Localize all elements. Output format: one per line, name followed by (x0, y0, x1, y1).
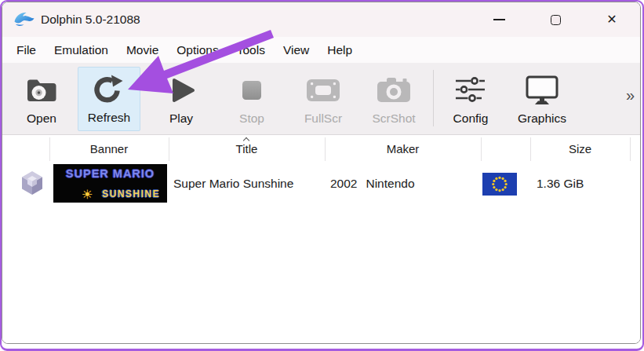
menu-item-view[interactable]: View (283, 43, 309, 57)
game-size: 1.36 GiB (537, 163, 584, 204)
menu-item-emulation[interactable]: Emulation (54, 43, 108, 57)
banner-title-text: SUPER MARIO (55, 167, 166, 180)
screenshot-icon (376, 71, 412, 109)
game-title: Super Mario Sunshine (173, 163, 293, 204)
game-row[interactable]: SUPER MARIO ☀ SUNSHINE Super Mario Sunsh… (2, 163, 640, 204)
column-header-maker[interactable]: Maker (325, 135, 481, 163)
close-icon: ✕ (606, 13, 617, 26)
menu-item-file[interactable]: File (16, 43, 36, 57)
toolbar-button-refresh[interactable]: Refresh (78, 67, 140, 131)
minimize-icon (493, 19, 505, 20)
toolbar-button-fullscr: FullScr (292, 67, 355, 131)
column-separator (481, 137, 482, 161)
maximize-button[interactable] (548, 9, 563, 31)
menu-bar: File Emulation Movie Options Tools View … (2, 37, 640, 63)
game-list-header: Banner Title Maker Size (2, 135, 640, 163)
window-controls: ✕ (491, 2, 640, 37)
toolbar-button-graphics[interactable]: Graphics (511, 67, 573, 131)
toolbar-button-play[interactable]: Play (150, 67, 213, 131)
banner-subtitle-text: SUNSHINE (102, 188, 160, 199)
game-year: 2002 (330, 163, 357, 204)
dolphin-logo-icon (13, 11, 35, 28)
fullscreen-icon (305, 71, 341, 109)
config-sliders-icon (453, 71, 488, 109)
toolbar-label-graphics: Graphics (518, 112, 566, 126)
toolbar: Open Refresh Play (2, 63, 640, 135)
stop-icon (236, 71, 267, 109)
play-icon (166, 71, 197, 109)
toolbar-button-scrshot: ScrShot (362, 67, 425, 131)
platform-gamecube-icon (18, 169, 46, 200)
title-bar: Dolphin 5.0-21088 ✕ (2, 2, 640, 37)
menu-item-options[interactable]: Options (176, 43, 218, 57)
minimize-button[interactable] (491, 9, 507, 31)
screenshot-canvas: Dolphin 5.0-21088 ✕ File Emulation Movie… (0, 0, 644, 351)
open-folder-icon (24, 71, 59, 109)
toolbar-label-scrshot: ScrShot (372, 112, 415, 126)
region-flag-eu-icon (482, 173, 517, 199)
column-header-size[interactable]: Size (530, 135, 630, 163)
toolbar-button-stop: Stop (220, 67, 283, 131)
toolbar-label-play: Play (169, 112, 193, 126)
column-separator (630, 137, 631, 161)
maximize-icon (551, 15, 561, 25)
window-title: Dolphin 5.0-21088 (41, 13, 140, 27)
game-list: Banner Title Maker Size (2, 135, 640, 344)
refresh-icon (93, 71, 126, 108)
toolbar-label-config: Config (453, 112, 489, 126)
sun-icon: ☀ (82, 187, 93, 202)
toolbar-label-refresh: Refresh (88, 111, 130, 125)
menu-item-help[interactable]: Help (327, 43, 352, 57)
toolbar-overflow-chevron[interactable]: » (626, 86, 635, 104)
column-header-banner[interactable]: Banner (49, 135, 169, 163)
toolbar-label-open: Open (27, 112, 56, 126)
game-banner: SUPER MARIO ☀ SUNSHINE (53, 164, 167, 203)
graphics-monitor-icon (524, 71, 560, 109)
menu-item-movie[interactable]: Movie (126, 43, 158, 57)
dolphin-window: Dolphin 5.0-21088 ✕ File Emulation Movie… (2, 2, 641, 344)
game-maker: 2002 Nintendo (330, 163, 415, 204)
toolbar-button-config[interactable]: Config (439, 67, 502, 131)
toolbar-button-open[interactable]: Open (10, 67, 73, 131)
game-maker-name: Nintendo (366, 163, 414, 204)
close-button[interactable]: ✕ (604, 9, 620, 31)
toolbar-label-stop: Stop (239, 112, 264, 126)
menu-item-tools[interactable]: Tools (237, 43, 265, 57)
toolbar-label-fullscr: FullScr (304, 112, 342, 126)
toolbar-separator (433, 70, 434, 126)
